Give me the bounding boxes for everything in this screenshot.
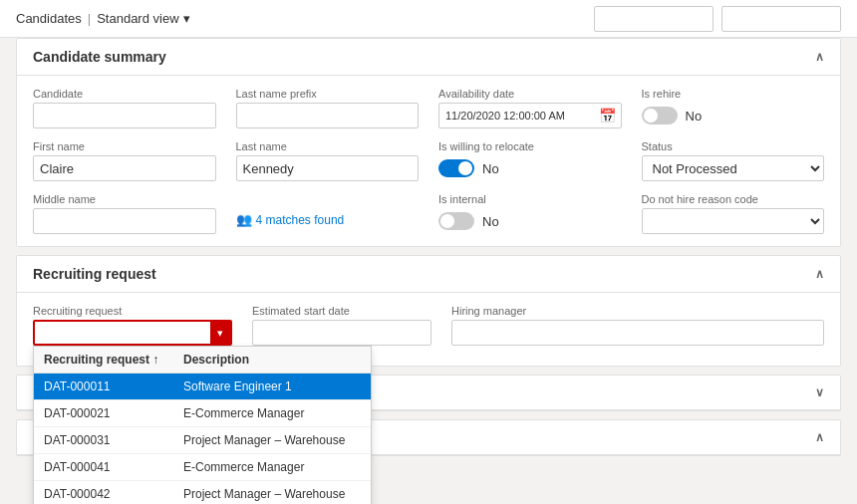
candidate-label: Candidate	[33, 88, 216, 100]
dropdown-item-2-id: DAT-000031	[44, 433, 183, 447]
is-willing-text: No	[482, 161, 499, 176]
do-not-hire-select[interactable]	[642, 208, 825, 234]
last-name-prefix-field: Last name prefix	[236, 88, 420, 128]
do-not-hire-field: Do not hire reason code	[642, 193, 825, 234]
first-name-label: First name	[33, 140, 216, 152]
is-willing-toggle-wrapper: No	[438, 159, 622, 177]
matches-icon: 👥	[236, 212, 252, 227]
hiring-manager-input[interactable]	[451, 320, 824, 346]
is-rehire-toggle-knob	[644, 109, 658, 123]
status-label: Status	[642, 140, 825, 152]
dropdown-item-2[interactable]: DAT-000031 Project Manager – Warehouse	[34, 427, 371, 454]
candidate-form-grid: Candidate Last name prefix Availability …	[33, 88, 824, 234]
candidate-summary-chevron[interactable]: ∧	[815, 50, 824, 64]
is-internal-toggle[interactable]	[438, 212, 474, 230]
top-bar-right	[594, 6, 841, 32]
status-select[interactable]: Not Processed In Progress Completed	[642, 155, 825, 181]
is-rehire-label: Is rehire	[642, 88, 825, 100]
dropdown-item-1[interactable]: DAT-000021 E-Commerce Manager	[34, 400, 371, 427]
recruiting-request-body: Recruiting request ▾ Recruiting request …	[17, 293, 840, 366]
is-willing-toggle[interactable]	[438, 159, 474, 177]
recruiting-request-section: Recruiting request ∧ Recruiting request …	[16, 255, 841, 367]
dropdown-chevron-icon: ▾	[210, 322, 230, 344]
dropdown-item-4-id: DAT-000042	[44, 487, 183, 501]
sort-icon: ↑	[152, 353, 158, 367]
matches-link[interactable]: 👥 4 matches found	[236, 212, 420, 227]
recruiting-request-label: Recruiting request	[33, 305, 232, 317]
dropdown-item-2-desc: Project Manager – Warehouse	[183, 433, 361, 447]
view-label: Standard view	[97, 11, 178, 26]
matches-text: 4 matches found	[256, 213, 345, 227]
dropdown-item-0-id: DAT-000011	[44, 379, 183, 393]
candidate-summary-body: Candidate Last name prefix Availability …	[17, 76, 840, 246]
availability-date-label: Availability date	[438, 88, 622, 100]
recruiting-request-dropdown-btn[interactable]: ▾	[33, 320, 232, 346]
dropdown-list-header: Recruiting request ↑ Description	[34, 347, 371, 374]
estimated-start-input[interactable]	[252, 320, 431, 346]
additional-section-1-chevron[interactable]: ∨	[815, 385, 824, 399]
estimated-start-field: Estimated start date	[252, 305, 431, 346]
dropdown-item-3-desc: E-Commerce Manager	[183, 460, 361, 474]
first-name-input[interactable]	[33, 155, 216, 181]
search-input-1[interactable]	[594, 6, 714, 32]
hiring-manager-label: Hiring manager	[451, 305, 824, 317]
dropdown-item-0[interactable]: DAT-000011 Software Engineer 1	[34, 374, 371, 400]
last-name-field: Last name	[236, 140, 420, 181]
middle-name-input[interactable]	[33, 208, 216, 234]
last-name-prefix-input[interactable]	[236, 103, 420, 128]
recruiting-request-dropdown-list: Recruiting request ↑ Description DAT-000…	[33, 346, 372, 504]
estimated-start-label: Estimated start date	[252, 305, 431, 317]
candidates-link[interactable]: Candidates	[16, 11, 82, 26]
dropdown-item-3-id: DAT-000041	[44, 460, 183, 474]
main-content: Candidate summary ∧ Candidate Last name …	[0, 38, 857, 504]
is-rehire-toggle[interactable]	[642, 107, 678, 125]
last-name-prefix-label: Last name prefix	[236, 88, 420, 100]
hiring-manager-field: Hiring manager	[451, 305, 824, 346]
candidate-input[interactable]	[33, 103, 216, 128]
is-internal-label: Is internal	[438, 193, 622, 205]
dropdown-item-3[interactable]: DAT-000041 E-Commerce Manager	[34, 454, 371, 481]
recruiting-request-header: Recruiting request ∧	[17, 256, 840, 293]
is-internal-field: Is internal No	[438, 193, 622, 234]
dropdown-item-1-desc: E-Commerce Manager	[183, 406, 361, 420]
dropdown-item-0-desc: Software Engineer 1	[183, 379, 361, 393]
is-rehire-text: No	[686, 109, 703, 124]
is-willing-toggle-knob	[458, 161, 472, 175]
recruiting-request-field: Recruiting request ▾ Recruiting request …	[33, 305, 232, 346]
date-input-wrapper: 📅	[438, 103, 622, 128]
last-name-label: Last name	[236, 140, 420, 152]
candidate-summary-header: Candidate summary ∧	[17, 39, 840, 76]
middle-name-label: Middle name	[33, 193, 216, 205]
matches-label	[236, 193, 420, 205]
dropdown-item-1-id: DAT-000021	[44, 406, 183, 420]
dropdown-item-4[interactable]: DAT-000042 Project Manager – Warehouse	[34, 481, 371, 504]
availability-date-input[interactable]	[438, 103, 622, 128]
first-name-field: First name	[33, 140, 216, 181]
dropdown-col1-header: Recruiting request ↑	[44, 353, 183, 367]
is-internal-toggle-wrapper: No	[438, 212, 622, 230]
status-field: Status Not Processed In Progress Complet…	[642, 140, 825, 181]
view-chevron-icon: ▾	[183, 11, 190, 26]
recruiting-request-chevron[interactable]: ∧	[815, 267, 824, 281]
is-internal-text: No	[482, 214, 499, 229]
additional-section-2-chevron[interactable]: ∧	[815, 430, 824, 444]
is-internal-toggle-knob	[440, 214, 454, 228]
recruiting-request-dropdown-wrapper: ▾ Recruiting request ↑ Description DAT-0…	[33, 320, 232, 346]
recruiting-request-title: Recruiting request	[33, 266, 156, 282]
breadcrumb-separator: |	[88, 11, 91, 26]
candidate-summary-section: Candidate summary ∧ Candidate Last name …	[16, 38, 841, 247]
do-not-hire-label: Do not hire reason code	[642, 193, 825, 205]
availability-date-field: Availability date 📅	[438, 88, 622, 128]
candidate-field: Candidate	[33, 88, 216, 128]
breadcrumb: Candidates | Standard view ▾	[16, 11, 190, 26]
dropdown-item-4-desc: Project Manager – Warehouse	[183, 487, 361, 501]
is-willing-field: Is willing to relocate No	[438, 140, 622, 181]
is-rehire-toggle-wrapper: No	[642, 107, 825, 125]
last-name-input[interactable]	[236, 155, 420, 181]
view-selector[interactable]: Standard view ▾	[97, 11, 189, 26]
search-input-2[interactable]	[721, 6, 841, 32]
candidate-summary-title: Candidate summary	[33, 49, 166, 65]
middle-name-field: Middle name	[33, 193, 216, 234]
top-bar: Candidates | Standard view ▾	[0, 0, 857, 38]
is-willing-label: Is willing to relocate	[438, 140, 622, 152]
